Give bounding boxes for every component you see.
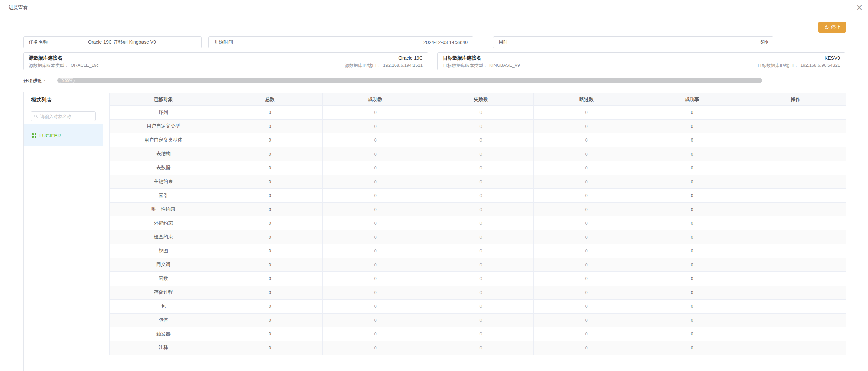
cell-fail: 0	[428, 202, 534, 216]
table-row: 函数00000	[110, 272, 846, 286]
column-header: 操作	[745, 93, 846, 106]
table-row: 外键约束00000	[110, 216, 846, 230]
schema-list-title: 模式列表	[24, 92, 103, 107]
cell-object: 序列	[110, 106, 217, 120]
cell-action	[745, 230, 846, 244]
cell-skip: 0	[534, 244, 639, 258]
cell-total: 0	[217, 106, 323, 120]
cell-skip: 0	[534, 230, 639, 244]
table-row: 用户自定义类型00000	[110, 119, 846, 133]
cell-success: 0	[323, 313, 428, 327]
cell-fail: 0	[428, 300, 534, 314]
cell-object: 包	[110, 300, 217, 314]
table-header-row: 迁移对象总数成功数失败数略过数成功率操作	[110, 93, 846, 106]
cell-rate: 0	[639, 202, 745, 216]
cell-action	[745, 300, 846, 314]
cell-action	[745, 313, 846, 327]
duration-field: 用时 6秒	[493, 36, 773, 48]
start-time-value: 2024-12-03 14:38:40	[233, 40, 468, 45]
cell-fail: 0	[428, 133, 534, 147]
table-row: 同义词00000	[110, 258, 846, 272]
cell-skip: 0	[534, 202, 639, 216]
cell-success: 0	[323, 216, 428, 230]
stop-button[interactable]: 停止	[818, 22, 846, 33]
cell-success: 0	[323, 133, 428, 147]
schema-search-box[interactable]	[31, 111, 96, 121]
search-icon	[34, 114, 38, 119]
cell-object: 包体	[110, 313, 217, 327]
cell-success: 0	[323, 244, 428, 258]
cell-total: 0	[217, 244, 323, 258]
cell-total: 0	[217, 175, 323, 189]
cell-fail: 0	[428, 341, 534, 355]
target-version-label: 目标数据库版本类型：	[443, 63, 487, 69]
schema-list: LUCIFER	[24, 124, 103, 146]
cell-success: 0	[323, 230, 428, 244]
cell-skip: 0	[534, 258, 639, 272]
cell-success: 0	[323, 106, 428, 120]
cell-action	[745, 161, 846, 175]
cell-total: 0	[217, 300, 323, 314]
source-conn-label: 源数据库连接名	[29, 55, 62, 61]
cell-skip: 0	[534, 286, 639, 300]
cell-fail: 0	[428, 244, 534, 258]
cell-fail: 0	[428, 230, 534, 244]
cell-skip: 0	[534, 272, 639, 286]
cell-success: 0	[323, 147, 428, 161]
migration-table-wrap: 迁移对象总数成功数失败数略过数成功率操作 序列00000用户自定义类型00000…	[109, 93, 846, 355]
cell-rate: 0	[639, 175, 745, 189]
cell-total: 0	[217, 147, 323, 161]
cell-skip: 0	[534, 119, 639, 133]
cell-object: 检查约束	[110, 230, 217, 244]
cell-skip: 0	[534, 341, 639, 355]
target-ip-label: 目标数据库IP/端口：	[757, 63, 798, 69]
cell-total: 0	[217, 313, 323, 327]
cell-rate: 0	[639, 133, 745, 147]
cell-rate: 0	[639, 189, 745, 203]
cell-fail: 0	[428, 313, 534, 327]
source-conn-value: Oracle 19C	[398, 55, 423, 61]
table-row: 唯一性约束00000	[110, 202, 846, 216]
cell-rate: 0	[639, 147, 745, 161]
cell-action	[745, 327, 846, 341]
cell-object: 同义词	[110, 258, 217, 272]
source-ip-value: 192.168.6.194:1521	[383, 63, 423, 69]
cell-rate: 0	[639, 161, 745, 175]
cell-rate: 0	[639, 327, 745, 341]
cell-total: 0	[217, 161, 323, 175]
cell-object: 注释	[110, 341, 217, 355]
cell-fail: 0	[428, 106, 534, 120]
cell-rate: 0	[639, 244, 745, 258]
cell-action	[745, 175, 846, 189]
cell-total: 0	[217, 216, 323, 230]
cell-success: 0	[323, 202, 428, 216]
table-row: 表数据00000	[110, 161, 846, 175]
cell-success: 0	[323, 175, 428, 189]
cell-fail: 0	[428, 327, 534, 341]
close-icon[interactable]: ✕	[854, 3, 865, 13]
column-header: 略过数	[534, 93, 639, 106]
cell-action	[745, 106, 846, 120]
column-header: 成功率	[639, 93, 745, 106]
column-header: 总数	[217, 93, 323, 106]
cell-rate: 0	[639, 216, 745, 230]
cell-object: 外键约束	[110, 216, 217, 230]
cell-action	[745, 286, 846, 300]
cell-total: 0	[217, 189, 323, 203]
cell-object: 唯一性约束	[110, 202, 217, 216]
cell-action	[745, 202, 846, 216]
table-row: 包体00000	[110, 313, 846, 327]
cell-skip: 0	[534, 175, 639, 189]
cell-fail: 0	[428, 286, 534, 300]
page-title: 进度查看	[9, 4, 28, 11]
cell-skip: 0	[534, 216, 639, 230]
cell-skip: 0	[534, 147, 639, 161]
schema-search-input[interactable]	[40, 114, 93, 119]
cell-fail: 0	[428, 216, 534, 230]
cell-action	[745, 119, 846, 133]
cell-action	[745, 189, 846, 203]
cell-action	[745, 147, 846, 161]
sidebar-item-lucifer[interactable]: LUCIFER	[24, 124, 103, 146]
cell-fail: 0	[428, 147, 534, 161]
table-row: 主键约束00000	[110, 175, 846, 189]
